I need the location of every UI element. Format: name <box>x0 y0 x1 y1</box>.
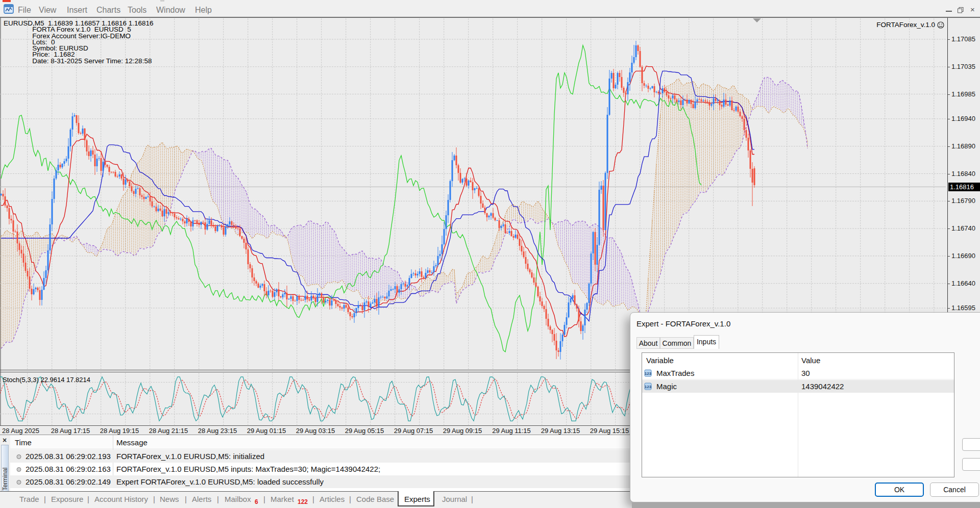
svg-text:123: 123 <box>645 371 652 376</box>
svg-text:123: 123 <box>645 385 652 389</box>
svg-text:Terminal: Terminal <box>2 468 9 491</box>
